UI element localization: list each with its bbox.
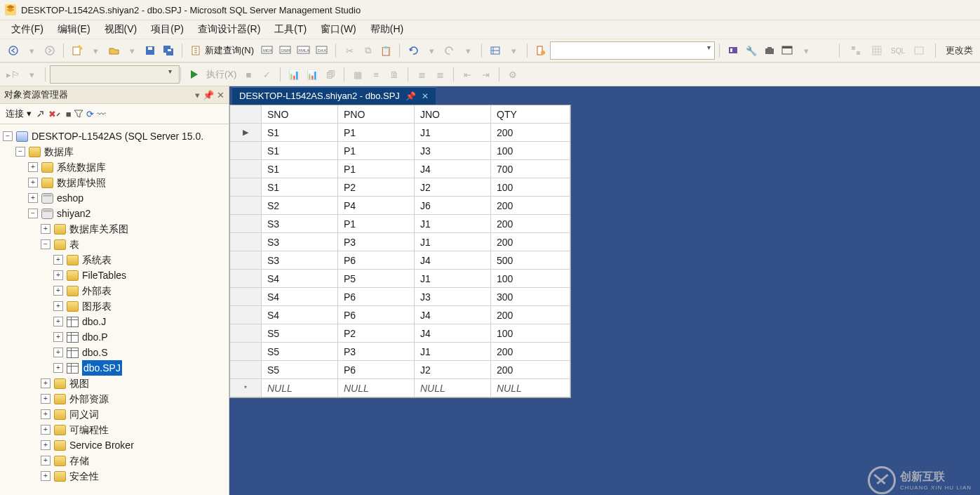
new-project-dropdown[interactable]: ▾ bbox=[88, 43, 103, 58]
toggle-icon[interactable] bbox=[53, 270, 63, 280]
database-select[interactable] bbox=[550, 41, 715, 60]
graph-tables-node[interactable]: 图形表 bbox=[82, 298, 112, 314]
table-row[interactable]: S1P1J3100 bbox=[230, 142, 570, 160]
cell[interactable]: S3 bbox=[262, 251, 338, 270]
close-icon[interactable]: ✕ bbox=[217, 90, 224, 100]
toggle-icon[interactable] bbox=[28, 209, 38, 218]
system-tables-node[interactable]: 系统表 bbox=[82, 252, 112, 268]
col-jno[interactable]: JNO bbox=[415, 105, 491, 124]
service-broker-node[interactable]: Service Broker bbox=[69, 437, 134, 453]
row-selector[interactable] bbox=[230, 306, 262, 324]
toggle-icon[interactable] bbox=[41, 456, 51, 466]
solution-button[interactable] bbox=[488, 43, 503, 58]
table-row[interactable]: S2P4J6200 bbox=[230, 197, 570, 215]
row-selector[interactable] bbox=[230, 361, 262, 379]
views-node[interactable]: 视图 bbox=[69, 376, 89, 391]
cell[interactable]: P3 bbox=[338, 233, 415, 251]
toggle-icon[interactable] bbox=[15, 147, 25, 157]
cell[interactable]: 200 bbox=[491, 197, 570, 215]
save-button[interactable] bbox=[142, 43, 158, 58]
cell[interactable]: J4 bbox=[415, 306, 491, 324]
cell[interactable]: J4 bbox=[415, 160, 491, 178]
cell[interactable]: S2 bbox=[262, 197, 338, 215]
eshop-db-node[interactable]: eshop bbox=[57, 190, 83, 206]
cell[interactable]: 100 bbox=[491, 324, 570, 343]
tables-node[interactable]: 表 bbox=[69, 237, 79, 252]
menu-file[interactable]: 文件(F) bbox=[4, 22, 51, 37]
cell[interactable]: S1 bbox=[262, 124, 338, 142]
toggle-icon[interactable] bbox=[28, 178, 38, 187]
registered-servers-button[interactable] bbox=[725, 43, 741, 58]
dbo-p-node[interactable]: dbo.P bbox=[82, 329, 108, 345]
panel-menu-icon[interactable]: ▾ bbox=[195, 90, 200, 100]
cell[interactable]: J1 bbox=[415, 215, 491, 233]
table-row[interactable]: S4P6J4200 bbox=[230, 306, 570, 324]
row-selector[interactable] bbox=[230, 343, 262, 361]
cell[interactable]: 200 bbox=[491, 306, 570, 324]
cell[interactable]: P6 bbox=[338, 361, 415, 379]
nav-back-dropdown[interactable]: ▾ bbox=[24, 43, 39, 58]
xmla-query-button[interactable]: XMLA bbox=[296, 43, 311, 58]
connect-label[interactable]: 连接 ▾ bbox=[6, 107, 32, 120]
cell[interactable]: S4 bbox=[262, 288, 338, 306]
shiyan2-db-node[interactable]: shiyan2 bbox=[57, 206, 90, 221]
storage-node[interactable]: 存储 bbox=[69, 453, 89, 468]
toggle-icon[interactable] bbox=[41, 409, 51, 419]
activity-icon[interactable]: 〰 bbox=[97, 109, 106, 119]
mdx-query-button[interactable]: MDX bbox=[260, 43, 275, 58]
menu-tools[interactable]: 工具(T) bbox=[267, 22, 314, 37]
cell[interactable]: P3 bbox=[338, 343, 415, 361]
disconnect-plug-icon[interactable]: ✖ bbox=[48, 109, 63, 119]
table-row[interactable]: S3P3J1200 bbox=[230, 233, 570, 251]
row-selector[interactable] bbox=[230, 160, 262, 178]
cell[interactable]: J4 bbox=[415, 251, 491, 270]
data-grid[interactable]: SNO PNO JNO QTY ▶S1P1J1200S1P1J3100S1P1J… bbox=[229, 105, 571, 398]
table-row[interactable]: S3P1J1200 bbox=[230, 215, 570, 233]
new-row[interactable]: *NULLNULLNULLNULL bbox=[230, 379, 570, 397]
toggle-icon[interactable] bbox=[53, 317, 63, 326]
cell[interactable]: NULL bbox=[415, 379, 491, 397]
cell[interactable]: J1 bbox=[415, 270, 491, 288]
row-selector[interactable] bbox=[230, 233, 262, 251]
cell[interactable]: P6 bbox=[338, 306, 415, 324]
toolbox-button[interactable] bbox=[762, 43, 777, 58]
security-node[interactable]: 安全性 bbox=[69, 468, 99, 484]
toggle-icon[interactable] bbox=[28, 162, 38, 172]
toggle-icon[interactable] bbox=[53, 332, 63, 342]
execute-button[interactable] bbox=[187, 67, 202, 82]
programmability-node[interactable]: 可编程性 bbox=[69, 422, 109, 437]
dmx-query-button[interactable]: DMX bbox=[278, 43, 293, 58]
open-file-dropdown[interactable]: ▾ bbox=[124, 43, 140, 58]
solution-dropdown[interactable]: ▾ bbox=[506, 43, 521, 58]
launch-button[interactable] bbox=[533, 43, 549, 58]
col-pno[interactable]: PNO bbox=[338, 105, 415, 124]
cell[interactable]: S3 bbox=[262, 215, 338, 233]
cell[interactable]: J4 bbox=[415, 324, 491, 343]
cell[interactable]: 200 bbox=[491, 361, 570, 379]
table-row[interactable]: S5P6J2200 bbox=[230, 361, 570, 379]
dax-query-button[interactable]: DAX bbox=[314, 43, 330, 58]
toggle-icon[interactable] bbox=[3, 131, 13, 141]
table-row[interactable]: ▶S1P1J1200 bbox=[230, 124, 570, 142]
table-row[interactable]: S4P6J3300 bbox=[230, 288, 570, 306]
cell[interactable]: S5 bbox=[262, 324, 338, 343]
cell[interactable]: 100 bbox=[491, 142, 570, 160]
table-row[interactable]: S5P2J4100 bbox=[230, 324, 570, 343]
cell[interactable]: S3 bbox=[262, 233, 338, 251]
cell[interactable]: NULL bbox=[491, 379, 570, 397]
toggle-icon[interactable] bbox=[53, 286, 63, 296]
table-row[interactable]: S1P1J4700 bbox=[230, 160, 570, 178]
dbo-j-node[interactable]: dbo.J bbox=[82, 314, 106, 329]
row-selector[interactable]: * bbox=[230, 379, 262, 397]
cell[interactable]: P2 bbox=[338, 178, 415, 197]
change-type-button[interactable]: 更改类 bbox=[946, 44, 973, 57]
dbo-spj-node[interactable]: dbo.SPJ bbox=[82, 360, 122, 376]
cell[interactable]: P1 bbox=[338, 124, 415, 142]
external-resources-node[interactable]: 外部资源 bbox=[69, 391, 109, 407]
cell[interactable]: 200 bbox=[491, 343, 570, 361]
cell[interactable]: J3 bbox=[415, 142, 491, 160]
window-layout-dropdown[interactable]: ▾ bbox=[798, 43, 814, 58]
cell[interactable]: J6 bbox=[415, 197, 491, 215]
col-sno[interactable]: SNO bbox=[262, 105, 338, 124]
cell[interactable]: 700 bbox=[491, 160, 570, 178]
